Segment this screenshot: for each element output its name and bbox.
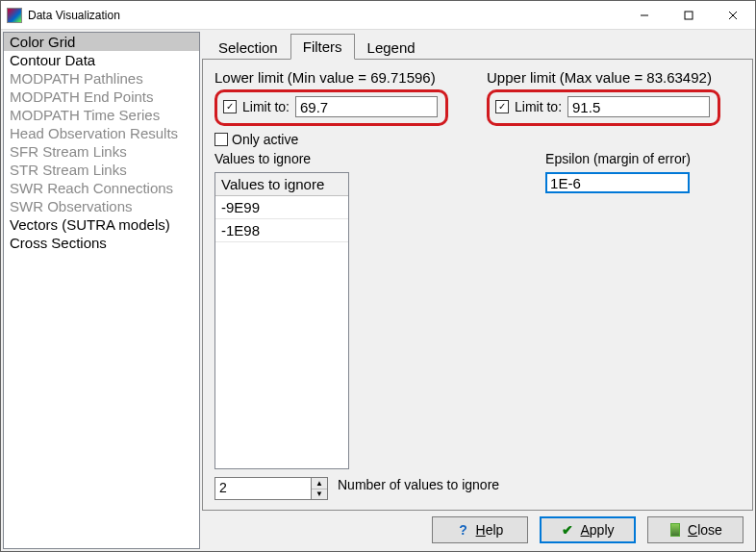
close-button[interactable]: Close	[647, 516, 743, 543]
ignore-count-buttons: ▲ ▼	[311, 477, 328, 500]
values-to-ignore-row[interactable]: -9E99	[215, 196, 348, 219]
sidebar-item-swr-observations: SWR Observations	[4, 197, 199, 215]
close-window-button[interactable]	[711, 1, 755, 30]
apply-button[interactable]: ✔ Apply	[540, 516, 636, 543]
help-button[interactable]: ? Help	[432, 516, 528, 543]
upper-limit-input[interactable]: 91.5	[567, 96, 710, 117]
lower-limit-caption: Lower limit (Min value = 69.71596)	[214, 69, 448, 86]
minimize-icon	[640, 11, 649, 20]
only-active-row: Only active	[214, 132, 741, 147]
sidebar-item-cross-sections[interactable]: Cross Sections	[4, 234, 199, 252]
upper-limit-checkbox-label: Limit to:	[515, 99, 562, 114]
titlebar: Data Visualization	[1, 1, 755, 30]
minimize-button[interactable]	[622, 1, 667, 30]
values-to-ignore-label: Values to ignore	[214, 151, 499, 166]
app-icon	[7, 8, 22, 23]
maximize-button[interactable]	[667, 1, 711, 30]
lower-limit-input[interactable]: 69.7	[295, 96, 438, 117]
upper-limit-checkbox[interactable]	[495, 100, 509, 113]
tab-selection[interactable]: Selection	[206, 35, 290, 60]
epsilon-label: Epsilon (margin of error)	[545, 151, 691, 166]
tab-strip: Selection Filters Legend	[202, 32, 753, 59]
upper-limit-caption: Upper limit (Max value = 83.63492)	[487, 69, 720, 86]
sidebar-item-swr-reach-connections: SWR Reach Connections	[4, 179, 199, 197]
only-active-checkbox[interactable]	[214, 133, 228, 146]
lower-limit-box: Limit to: 69.7	[214, 89, 448, 126]
values-to-ignore-column: Values to ignore Values to ignore -9E99 …	[214, 151, 499, 500]
check-icon: ✔	[561, 523, 574, 537]
limits-row: Lower limit (Min value = 69.71596) Limit…	[214, 69, 741, 126]
sidebar-item-vectors-sutra[interactable]: Vectors (SUTRA models)	[4, 215, 199, 234]
window-controls	[622, 1, 755, 30]
sidebar-item-sfr-stream-links: SFR Stream Links	[4, 142, 199, 161]
epsilon-input[interactable]: 1E-6	[545, 172, 690, 193]
tab-legend[interactable]: Legend	[355, 35, 428, 60]
filters-tab-content: Lower limit (Min value = 69.71596) Limit…	[202, 59, 753, 511]
help-icon: ?	[457, 523, 470, 537]
door-icon	[668, 523, 682, 537]
values-to-ignore-row[interactable]: -1E98	[215, 219, 348, 242]
close-button-label: lose	[697, 522, 722, 538]
ignore-count-down[interactable]: ▼	[312, 489, 327, 500]
upper-limit-box: Limit to: 91.5	[487, 89, 720, 126]
sidebar-item-modpath-pathlines: MODPATH Pathlines	[4, 69, 199, 88]
sidebar-item-modpath-end-points: MODPATH End Points	[4, 88, 199, 106]
app-window: Data Visualization Color Grid Contour Da…	[0, 0, 756, 552]
button-bar: ? Help ✔ Apply Close	[202, 511, 753, 549]
sidebar[interactable]: Color Grid Contour Data MODPATH Pathline…	[3, 32, 200, 549]
epsilon-column: Epsilon (margin of error) 1E-6	[545, 151, 691, 500]
lower-limit-checkbox-label: Limit to:	[242, 99, 290, 114]
sidebar-item-contour-data[interactable]: Contour Data	[4, 51, 199, 69]
svg-rect-1	[685, 12, 693, 19]
window-title: Data Visualization	[28, 9, 622, 22]
only-active-label: Only active	[232, 132, 298, 147]
help-button-label: elp	[486, 522, 504, 538]
maximize-icon	[684, 11, 693, 20]
tab-filters[interactable]: Filters	[290, 34, 355, 60]
apply-button-label: pply	[590, 522, 615, 538]
values-to-ignore-header: Values to ignore	[215, 173, 348, 196]
filters-columns: Values to ignore Values to ignore -9E99 …	[214, 151, 741, 500]
ignore-count-value[interactable]: 2	[214, 477, 311, 500]
sidebar-item-color-grid[interactable]: Color Grid	[4, 33, 199, 51]
window-body: Color Grid Contour Data MODPATH Pathline…	[1, 30, 755, 551]
lower-limit-checkbox[interactable]	[223, 100, 237, 113]
ignore-count-spinner[interactable]: 2 ▲ ▼	[214, 477, 328, 500]
sidebar-item-modpath-time-series: MODPATH Time Series	[4, 106, 199, 124]
ignore-count-up[interactable]: ▲	[312, 478, 327, 489]
sidebar-item-str-stream-links: STR Stream Links	[4, 161, 199, 179]
values-to-ignore-table[interactable]: Values to ignore -9E99 -1E98	[214, 172, 349, 469]
close-icon	[728, 11, 738, 20]
sidebar-item-head-observation-results: Head Observation Results	[4, 124, 199, 142]
ignore-count-label: Number of values to ignore	[338, 477, 499, 492]
main-panel: Selection Filters Legend Lower limit (Mi…	[202, 32, 753, 549]
lower-limit-group: Lower limit (Min value = 69.71596) Limit…	[214, 69, 448, 126]
upper-limit-group: Upper limit (Max value = 83.63492) Limit…	[487, 69, 720, 126]
